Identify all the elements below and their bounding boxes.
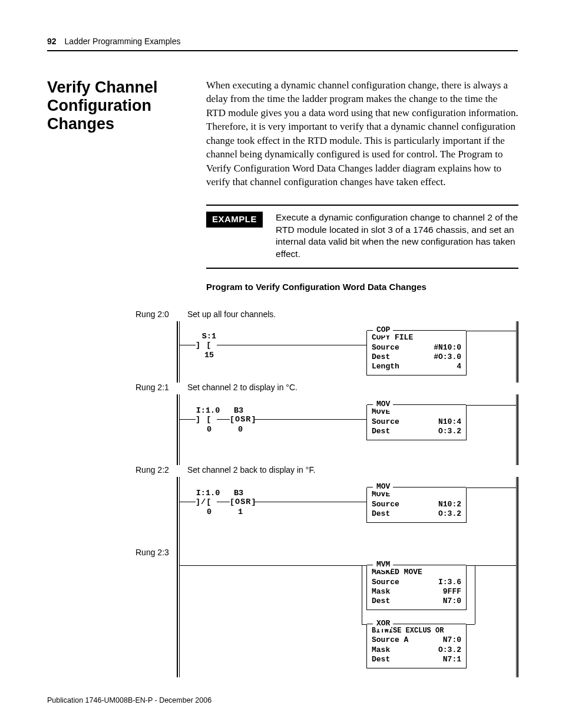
osr-icon: [OSR]	[230, 415, 257, 424]
xic-contact-icon: ] [	[196, 415, 211, 424]
instruction-mnemonic: XOR	[375, 619, 391, 628]
contact-address: B3	[230, 406, 247, 415]
contact-address: I:1.0	[193, 489, 223, 498]
contact-bit: 0	[197, 425, 221, 434]
page-number: 92	[47, 37, 57, 46]
rung-label: Rung 2:0	[135, 309, 169, 319]
example-tag: EXAMPLE	[206, 212, 263, 228]
rung-caption: Set channel 2 back to display in °F.	[187, 465, 518, 475]
mov-instruction-box: MOV MOVE SourceN10:4 DestO:3.2	[366, 405, 467, 440]
cop-instruction-box: COP COPY FILE Source#N10:0 Dest#O:3.0 Le…	[366, 331, 467, 375]
publication-footer: Publication 1746-UM008B-EN-P - December …	[47, 696, 211, 704]
contact-address: B3	[230, 489, 247, 498]
page-heading: Verify Channel Configuration Changes	[47, 78, 189, 133]
instruction-mnemonic: MOV	[375, 482, 391, 492]
rung-label: Rung 2:2	[135, 465, 169, 475]
instruction-mnemonic: COP	[375, 325, 391, 335]
contact-bit: 0	[197, 508, 221, 516]
ladder-diagram: Rung 2:0 Set up all four channels. S:1 ]…	[177, 309, 518, 677]
page-header: 92 Ladder Programming Examples	[47, 37, 518, 51]
rung-caption: Set up all four channels.	[187, 309, 518, 319]
rung-label: Rung 2:3	[135, 548, 169, 557]
contact-address: S:1	[197, 332, 221, 341]
body-paragraph: When executing a dynamic channel configu…	[206, 78, 518, 189]
rung-label: Rung 2:1	[135, 383, 169, 392]
xio-contact-icon: ]/[	[196, 498, 211, 506]
xor-instruction-box: XOR BITWISE EXCLUS OR Source AN7:0 MaskO…	[366, 624, 467, 668]
diagram-title: Program to Verify Configuration Word Dat…	[206, 282, 518, 292]
xic-contact-icon: ] [	[196, 341, 211, 350]
mvm-instruction-box: MVM MASKED MOVE SourceI:3.6 Mask9FFF Des…	[366, 565, 467, 610]
rung-caption: Set channel 2 to display in °C.	[187, 383, 518, 392]
instruction-mnemonic: MOV	[375, 400, 391, 409]
example-callout: EXAMPLE Execute a dynamic configuration …	[206, 205, 518, 269]
contact-bit: 1	[232, 508, 249, 516]
mov-instruction-box: MOV MOVE SourceN10:2 DestO:3.2	[366, 487, 467, 523]
instruction-mnemonic: MVM	[375, 560, 391, 569]
contact-bit: 0	[232, 425, 249, 434]
example-text: Execute a dynamic configuration change t…	[276, 212, 518, 261]
osr-icon: [OSR]	[230, 498, 257, 506]
section-name: Ladder Programming Examples	[65, 37, 181, 46]
contact-bit: 15	[197, 351, 221, 360]
contact-address: I:1.0	[193, 406, 223, 415]
